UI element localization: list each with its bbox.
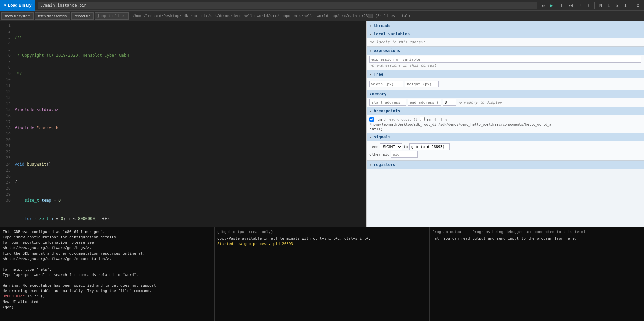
- registers-header[interactable]: ▾ registers: [367, 160, 644, 169]
- refresh-icon[interactable]: ↺: [540, 1, 547, 9]
- gdbgui-title: gdbgui output (read-only): [217, 229, 427, 235]
- threads-chevron: ▾: [369, 24, 371, 28]
- show-filesystem-button[interactable]: show filesystem: [1, 12, 34, 20]
- local-variables-section: ▾ local variables no locals in this cont…: [367, 30, 644, 47]
- signals-sigint-select[interactable]: SIGINT: [380, 143, 402, 150]
- i-icon[interactable]: I: [605, 1, 612, 9]
- code-line: void busyWait(): [13, 161, 366, 167]
- gdb-line: <http://www.gnu.org/software/gdb/bugs/>.: [3, 245, 212, 251]
- memory-bytes[interactable]: [443, 99, 456, 106]
- program-output-line: nal. You can read output and send input …: [432, 236, 641, 241]
- tree-content: [367, 78, 644, 90]
- code-line: */: [13, 71, 366, 77]
- registers-label: registers: [374, 162, 395, 167]
- gdbgui-output-panel[interactable]: gdbgui output (read-only) Copy/Paste ava…: [215, 227, 430, 321]
- debug-controls: ↺ ▶ ⏸ ⏭ ⬇ ⬆ N I S I ⚙: [540, 1, 641, 9]
- tree-label: Tree: [374, 72, 383, 77]
- reload-file-button[interactable]: reload file: [71, 12, 94, 20]
- current-filepath: /home/leonard/Desktop/sdk_root_dir/sdk/d…: [133, 14, 643, 18]
- tree-width-input[interactable]: [369, 81, 403, 87]
- memory-label: memory: [372, 92, 386, 96]
- expressions-header[interactable]: ▾ expressions: [367, 47, 644, 55]
- code-lines: /** * Copyright (C) 2019-2020, Hensoldt …: [13, 21, 366, 227]
- breakpoints-label: breakpoints: [374, 109, 400, 113]
- breakpoint-thread-groups: thread groups: (t: [383, 118, 417, 121]
- fetch-disassembly-button[interactable]: fetch disassembly: [35, 12, 70, 20]
- pause-icon[interactable]: ⏸: [556, 1, 565, 9]
- signals-other-pid-input[interactable]: [391, 151, 418, 158]
- gdb-line: Warning: No executable has been specifie…: [3, 283, 212, 288]
- program-output-panel[interactable]: Program output -- Programs being debugge…: [430, 227, 644, 321]
- breakpoints-chevron: ▾: [369, 109, 371, 113]
- breakpoint-condition-label: condition: [427, 118, 447, 122]
- memory-end-address[interactable]: [408, 99, 441, 106]
- n-icon[interactable]: N: [597, 1, 604, 9]
- code-line: * Copyright (C) 2019-2020, Hensoldt Cybe…: [13, 52, 366, 58]
- memory-header[interactable]: ▾ memory: [367, 90, 644, 98]
- bottom-area: This GDB was configured as "x86_64-linux…: [0, 227, 644, 321]
- code-content[interactable]: 12345 678910 1112131415 1617181920 21222…: [0, 21, 366, 227]
- signals-pid-input[interactable]: [409, 143, 450, 150]
- local-variables-header[interactable]: ▾ local variables: [367, 30, 644, 38]
- run-icon[interactable]: ▶: [548, 1, 555, 9]
- step-out-icon[interactable]: ⬆: [585, 1, 591, 9]
- load-binary-button[interactable]: ▾ Load Binary: [0, 0, 35, 11]
- signals-content: send SIGINT to other pid: [367, 141, 644, 160]
- settings-icon[interactable]: ⚙: [635, 1, 641, 9]
- code-line: /**: [13, 34, 366, 40]
- breakpoints-header[interactable]: ▾ breakpoints: [367, 107, 644, 115]
- s-icon[interactable]: S: [614, 1, 621, 9]
- next-icon[interactable]: ⏭: [566, 1, 575, 9]
- step-into-icon[interactable]: ⬇: [577, 1, 583, 9]
- expression-input[interactable]: [369, 56, 641, 63]
- code-line: #include <stdio.h>: [13, 107, 366, 113]
- signals-label: signals: [374, 135, 391, 139]
- gdb-line: New UI allocated: [3, 299, 212, 305]
- code-line: #include "camkes.h": [13, 125, 366, 131]
- code-line: for(size_t i = 0; i < 8000000; i++): [13, 216, 366, 222]
- threads-section: ▾ threads: [367, 21, 644, 30]
- line-numbers: 12345 678910 1112131415 1617181920 21222…: [0, 21, 13, 227]
- signals-send-row: send SIGINT to: [369, 143, 641, 150]
- breakpoint-run-label: run: [375, 117, 382, 122]
- toolbar-separator-2: [632, 2, 632, 9]
- tree-height-input[interactable]: [405, 81, 439, 87]
- signals-header[interactable]: ▾ signals: [367, 133, 644, 141]
- expressions-label: expressions: [374, 48, 400, 53]
- gdb-line: determining executable automatically. Tr…: [3, 288, 212, 294]
- tree-header[interactable]: ▾ Tree: [367, 70, 644, 78]
- expressions-section: ▾ expressions no expressions in this con…: [367, 47, 644, 70]
- code-panel: 12345 678910 1112131415 1617181920 21222…: [0, 21, 366, 227]
- expressions-empty-text: no expressions in this context: [369, 63, 641, 68]
- expressions-content: no expressions in this context: [367, 55, 644, 70]
- jump-to-line-input[interactable]: [95, 12, 129, 20]
- filepath-input[interactable]: [38, 2, 537, 9]
- gdb-line: Type "show configuration" for configurat…: [3, 235, 212, 240]
- breakpoint-condition-checkbox[interactable]: [420, 117, 425, 121]
- memory-section: ▾ memory no memory to display: [367, 90, 644, 107]
- right-panel: ▾ threads ▾ local variables no locals in…: [366, 21, 644, 227]
- locals-empty-text: no locals in this context: [369, 39, 641, 45]
- signals-send-label: send: [369, 145, 379, 149]
- tree-size-row: [369, 81, 641, 87]
- tree-chevron: ▾: [369, 73, 371, 76]
- load-binary-arrow-icon: ▾: [4, 3, 6, 8]
- gdb-prompt: (gdb): [3, 305, 212, 310]
- breakpoint-path: /home/leonard/Desktop/sdk_root_dir/sdk/d…: [369, 123, 641, 126]
- main-toolbar: ▾ Load Binary ↺ ▶ ⏸ ⏭ ⬇ ⬆ N I S I ⚙: [0, 0, 644, 11]
- breakpoint-condition-checkbox-area[interactable]: condition: [420, 117, 447, 122]
- memory-no-display: no memory to display: [457, 100, 502, 105]
- local-variables-label: local variables: [374, 32, 410, 36]
- registers-section: ▾ registers: [367, 160, 644, 169]
- breakpoint-code: cnt++;: [369, 127, 641, 131]
- i2-icon[interactable]: I: [622, 1, 629, 9]
- code-line: [13, 143, 366, 149]
- threads-label: threads: [374, 23, 391, 28]
- gdb-console-panel[interactable]: This GDB was configured as "x86_64-linux…: [0, 227, 215, 321]
- signals-other-pid-row: other pid: [369, 151, 641, 158]
- breakpoint-run-checkbox[interactable]: [369, 117, 374, 122]
- memory-start-address[interactable]: [369, 99, 406, 106]
- secondary-toolbar: show filesystem fetch disassembly reload…: [0, 11, 644, 21]
- code-line: size_t temp = 0;: [13, 197, 366, 203]
- threads-header[interactable]: ▾ threads: [367, 21, 644, 30]
